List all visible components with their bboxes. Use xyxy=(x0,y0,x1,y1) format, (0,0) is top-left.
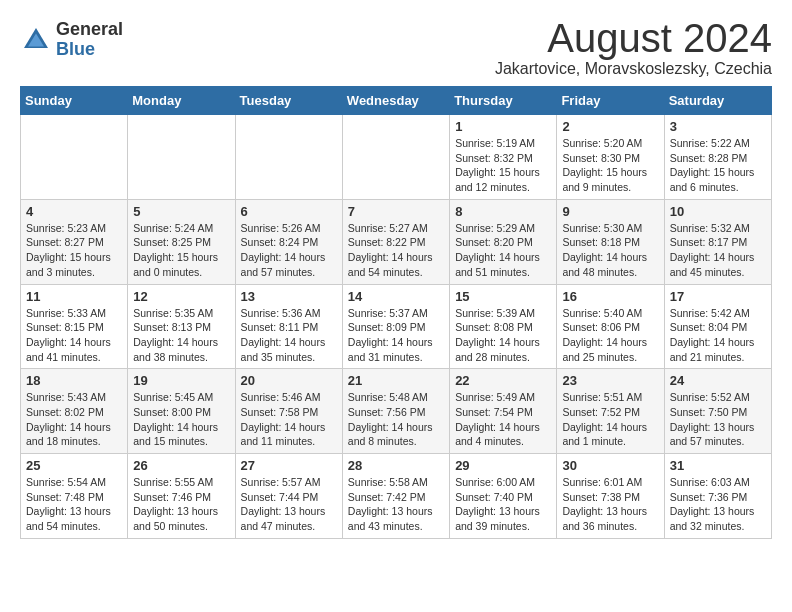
day-number: 12 xyxy=(133,289,229,304)
day-info: Sunrise: 5:24 AM Sunset: 8:25 PM Dayligh… xyxy=(133,221,229,280)
day-number: 8 xyxy=(455,204,551,219)
day-info: Sunrise: 5:48 AM Sunset: 7:56 PM Dayligh… xyxy=(348,390,444,449)
calendar-cell: 30Sunrise: 6:01 AM Sunset: 7:38 PM Dayli… xyxy=(557,454,664,539)
logo-icon xyxy=(20,24,52,56)
day-number: 26 xyxy=(133,458,229,473)
day-number: 15 xyxy=(455,289,551,304)
calendar-cell: 18Sunrise: 5:43 AM Sunset: 8:02 PM Dayli… xyxy=(21,369,128,454)
day-number: 14 xyxy=(348,289,444,304)
day-info: Sunrise: 5:57 AM Sunset: 7:44 PM Dayligh… xyxy=(241,475,337,534)
day-info: Sunrise: 5:43 AM Sunset: 8:02 PM Dayligh… xyxy=(26,390,122,449)
day-number: 19 xyxy=(133,373,229,388)
calendar-cell: 11Sunrise: 5:33 AM Sunset: 8:15 PM Dayli… xyxy=(21,284,128,369)
weekday-header-thursday: Thursday xyxy=(450,87,557,115)
calendar-cell: 29Sunrise: 6:00 AM Sunset: 7:40 PM Dayli… xyxy=(450,454,557,539)
day-info: Sunrise: 5:27 AM Sunset: 8:22 PM Dayligh… xyxy=(348,221,444,280)
calendar-cell: 14Sunrise: 5:37 AM Sunset: 8:09 PM Dayli… xyxy=(342,284,449,369)
day-info: Sunrise: 5:58 AM Sunset: 7:42 PM Dayligh… xyxy=(348,475,444,534)
day-info: Sunrise: 6:01 AM Sunset: 7:38 PM Dayligh… xyxy=(562,475,658,534)
weekday-header-row: SundayMondayTuesdayWednesdayThursdayFrid… xyxy=(21,87,772,115)
calendar-cell: 9Sunrise: 5:30 AM Sunset: 8:18 PM Daylig… xyxy=(557,199,664,284)
day-number: 16 xyxy=(562,289,658,304)
calendar-cell: 4Sunrise: 5:23 AM Sunset: 8:27 PM Daylig… xyxy=(21,199,128,284)
logo-general-text: General xyxy=(56,20,123,40)
calendar-cell: 10Sunrise: 5:32 AM Sunset: 8:17 PM Dayli… xyxy=(664,199,771,284)
day-number: 3 xyxy=(670,119,766,134)
day-info: Sunrise: 6:03 AM Sunset: 7:36 PM Dayligh… xyxy=(670,475,766,534)
calendar-cell: 24Sunrise: 5:52 AM Sunset: 7:50 PM Dayli… xyxy=(664,369,771,454)
calendar-cell: 25Sunrise: 5:54 AM Sunset: 7:48 PM Dayli… xyxy=(21,454,128,539)
day-number: 20 xyxy=(241,373,337,388)
calendar-week-1: 1Sunrise: 5:19 AM Sunset: 8:32 PM Daylig… xyxy=(21,115,772,200)
day-info: Sunrise: 5:42 AM Sunset: 8:04 PM Dayligh… xyxy=(670,306,766,365)
calendar-cell: 15Sunrise: 5:39 AM Sunset: 8:08 PM Dayli… xyxy=(450,284,557,369)
calendar-cell: 22Sunrise: 5:49 AM Sunset: 7:54 PM Dayli… xyxy=(450,369,557,454)
day-number: 6 xyxy=(241,204,337,219)
calendar-cell xyxy=(342,115,449,200)
day-info: Sunrise: 5:45 AM Sunset: 8:00 PM Dayligh… xyxy=(133,390,229,449)
day-info: Sunrise: 5:55 AM Sunset: 7:46 PM Dayligh… xyxy=(133,475,229,534)
day-number: 27 xyxy=(241,458,337,473)
calendar-week-5: 25Sunrise: 5:54 AM Sunset: 7:48 PM Dayli… xyxy=(21,454,772,539)
day-number: 31 xyxy=(670,458,766,473)
calendar-cell: 31Sunrise: 6:03 AM Sunset: 7:36 PM Dayli… xyxy=(664,454,771,539)
calendar-cell: 23Sunrise: 5:51 AM Sunset: 7:52 PM Dayli… xyxy=(557,369,664,454)
weekday-header-wednesday: Wednesday xyxy=(342,87,449,115)
day-info: Sunrise: 5:19 AM Sunset: 8:32 PM Dayligh… xyxy=(455,136,551,195)
page-header: General Blue August 2024 Jakartovice, Mo… xyxy=(20,16,772,78)
calendar-week-2: 4Sunrise: 5:23 AM Sunset: 8:27 PM Daylig… xyxy=(21,199,772,284)
day-info: Sunrise: 5:36 AM Sunset: 8:11 PM Dayligh… xyxy=(241,306,337,365)
day-number: 10 xyxy=(670,204,766,219)
calendar-cell xyxy=(235,115,342,200)
day-info: Sunrise: 5:35 AM Sunset: 8:13 PM Dayligh… xyxy=(133,306,229,365)
day-info: Sunrise: 5:22 AM Sunset: 8:28 PM Dayligh… xyxy=(670,136,766,195)
day-info: Sunrise: 5:40 AM Sunset: 8:06 PM Dayligh… xyxy=(562,306,658,365)
day-number: 29 xyxy=(455,458,551,473)
day-number: 22 xyxy=(455,373,551,388)
weekday-header-tuesday: Tuesday xyxy=(235,87,342,115)
day-number: 9 xyxy=(562,204,658,219)
calendar-cell: 7Sunrise: 5:27 AM Sunset: 8:22 PM Daylig… xyxy=(342,199,449,284)
calendar-cell: 8Sunrise: 5:29 AM Sunset: 8:20 PM Daylig… xyxy=(450,199,557,284)
day-number: 30 xyxy=(562,458,658,473)
calendar-cell: 26Sunrise: 5:55 AM Sunset: 7:46 PM Dayli… xyxy=(128,454,235,539)
calendar-cell: 3Sunrise: 5:22 AM Sunset: 8:28 PM Daylig… xyxy=(664,115,771,200)
calendar-cell: 20Sunrise: 5:46 AM Sunset: 7:58 PM Dayli… xyxy=(235,369,342,454)
day-info: Sunrise: 5:29 AM Sunset: 8:20 PM Dayligh… xyxy=(455,221,551,280)
day-number: 23 xyxy=(562,373,658,388)
day-info: Sunrise: 6:00 AM Sunset: 7:40 PM Dayligh… xyxy=(455,475,551,534)
calendar-cell: 1Sunrise: 5:19 AM Sunset: 8:32 PM Daylig… xyxy=(450,115,557,200)
title-block: August 2024 Jakartovice, Moravskoslezsky… xyxy=(495,16,772,78)
month-title: August 2024 xyxy=(495,16,772,60)
day-info: Sunrise: 5:23 AM Sunset: 8:27 PM Dayligh… xyxy=(26,221,122,280)
location-text: Jakartovice, Moravskoslezsky, Czechia xyxy=(495,60,772,78)
calendar-cell: 28Sunrise: 5:58 AM Sunset: 7:42 PM Dayli… xyxy=(342,454,449,539)
weekday-header-sunday: Sunday xyxy=(21,87,128,115)
day-number: 28 xyxy=(348,458,444,473)
weekday-header-friday: Friday xyxy=(557,87,664,115)
calendar-cell: 19Sunrise: 5:45 AM Sunset: 8:00 PM Dayli… xyxy=(128,369,235,454)
calendar-cell: 13Sunrise: 5:36 AM Sunset: 8:11 PM Dayli… xyxy=(235,284,342,369)
day-info: Sunrise: 5:52 AM Sunset: 7:50 PM Dayligh… xyxy=(670,390,766,449)
day-info: Sunrise: 5:49 AM Sunset: 7:54 PM Dayligh… xyxy=(455,390,551,449)
calendar-cell: 2Sunrise: 5:20 AM Sunset: 8:30 PM Daylig… xyxy=(557,115,664,200)
weekday-header-saturday: Saturday xyxy=(664,87,771,115)
calendar-cell: 12Sunrise: 5:35 AM Sunset: 8:13 PM Dayli… xyxy=(128,284,235,369)
calendar-cell: 27Sunrise: 5:57 AM Sunset: 7:44 PM Dayli… xyxy=(235,454,342,539)
day-info: Sunrise: 5:54 AM Sunset: 7:48 PM Dayligh… xyxy=(26,475,122,534)
calendar-week-4: 18Sunrise: 5:43 AM Sunset: 8:02 PM Dayli… xyxy=(21,369,772,454)
day-info: Sunrise: 5:51 AM Sunset: 7:52 PM Dayligh… xyxy=(562,390,658,449)
day-info: Sunrise: 5:30 AM Sunset: 8:18 PM Dayligh… xyxy=(562,221,658,280)
day-number: 18 xyxy=(26,373,122,388)
calendar-cell: 6Sunrise: 5:26 AM Sunset: 8:24 PM Daylig… xyxy=(235,199,342,284)
calendar-cell xyxy=(21,115,128,200)
calendar-cell: 21Sunrise: 5:48 AM Sunset: 7:56 PM Dayli… xyxy=(342,369,449,454)
day-number: 13 xyxy=(241,289,337,304)
day-info: Sunrise: 5:46 AM Sunset: 7:58 PM Dayligh… xyxy=(241,390,337,449)
day-info: Sunrise: 5:33 AM Sunset: 8:15 PM Dayligh… xyxy=(26,306,122,365)
day-info: Sunrise: 5:32 AM Sunset: 8:17 PM Dayligh… xyxy=(670,221,766,280)
day-number: 24 xyxy=(670,373,766,388)
day-number: 25 xyxy=(26,458,122,473)
logo: General Blue xyxy=(20,20,123,60)
logo-blue-text: Blue xyxy=(56,40,123,60)
